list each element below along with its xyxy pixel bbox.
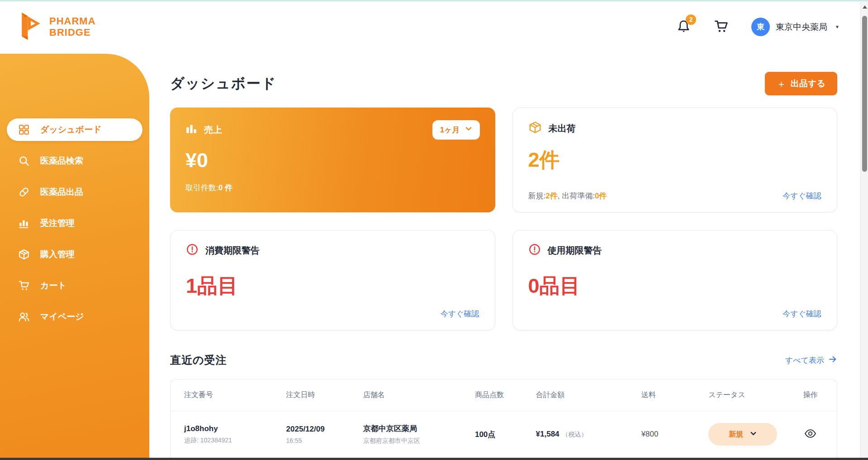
col-date: 注文日時 [286, 390, 360, 400]
col-order-id: 注文番号 [184, 390, 283, 400]
top-bar: PHARMA BRIDGE 2 [0, 1, 860, 52]
sales-amount: ¥0 [185, 149, 480, 172]
recent-orders-section: 直近の受注 すべて表示 注文番号 注文日時 店舗名 商品点数 [170, 353, 837, 460]
unshipped-count: 2件 [528, 146, 822, 174]
notification-badge: 2 [686, 14, 696, 25]
package-icon [528, 121, 542, 136]
sidebar-item-label: 医薬品検索 [40, 155, 83, 167]
table-row: j1o8hohy 追跡: 102384921 2025/12/09 16:55 … [171, 411, 837, 460]
expiry-check-link[interactable]: 今すぐ確認 [441, 309, 479, 319]
sidebar-item-label: ダッシュボード [40, 124, 102, 136]
chevron-down-icon: ▼ [835, 24, 840, 29]
chevron-down-icon [750, 430, 757, 439]
col-shipping: 送料 [641, 390, 705, 400]
usage-title: 使用期限警告 [548, 244, 602, 257]
app-window: PHARMA BRIDGE 2 [0, 0, 868, 460]
pharma-bridge-logo-icon [17, 12, 43, 42]
expiry-count: 1品目 [186, 272, 479, 300]
sidebar-item-label: 医薬品出品 [40, 186, 83, 198]
col-actions: 操作 [798, 390, 823, 400]
users-icon [18, 311, 30, 323]
unshipped-check-link[interactable]: 今すぐ確認 [783, 191, 821, 201]
chevron-down-icon [465, 125, 472, 135]
expiry-title: 消費期限警告 [205, 244, 260, 257]
brand-name: PHARMA BRIDGE [49, 16, 96, 38]
avatar: 東 [751, 18, 770, 36]
sales-card: 売上 1ヶ月 ¥0 取引件数:0 件 [170, 108, 495, 212]
period-select[interactable]: 1ヶ月 [432, 120, 480, 140]
col-total: 合計金額 [536, 390, 638, 400]
pill-icon [18, 186, 30, 198]
plus-icon: ＋ [777, 79, 786, 89]
order-quantity: 100点 [475, 429, 532, 440]
col-status: ステータス [708, 390, 794, 400]
bar-chart-icon [18, 217, 30, 229]
expiry-warning-card: 消費期限警告 1品目 今すぐ確認 [170, 230, 495, 330]
col-store: 店舗名 [363, 390, 471, 400]
sidebar: ダッシュボード 医薬品検索 医薬品出品 [0, 54, 149, 458]
arrow-right-icon [828, 355, 837, 366]
account-name: 東京中央薬局 [776, 21, 827, 33]
eye-icon [804, 427, 816, 441]
account-menu[interactable]: 東 東京中央薬局 ▼ [751, 18, 840, 36]
unshipped-card: 未出荷 2件 新規:2件, 出荷準備:0件 今すぐ確認 [512, 108, 838, 212]
view-all-link[interactable]: すべて表示 [785, 355, 837, 366]
cart-icon [714, 19, 729, 35]
view-order-button[interactable] [804, 427, 816, 441]
unshipped-breakdown: 新規:2件, 出荷準備:0件 [528, 191, 607, 201]
header-actions: 2 東 東京中央薬局 ▼ [676, 18, 840, 36]
orders-table-header: 注文番号 注文日時 店舗名 商品点数 合計金額 送料 ステータス 操作 [171, 380, 837, 411]
package-icon [18, 249, 30, 260]
usage-check-link[interactable]: 今すぐ確認 [783, 309, 821, 319]
alert-circle-icon [186, 243, 199, 258]
sales-transactions: 取引件数:0 件 [185, 183, 480, 193]
sidebar-item-label: 購入管理 [40, 249, 75, 260]
sidebar-item-mypage[interactable]: マイページ [7, 305, 142, 328]
main-content: ダッシュボード ＋ 出品する [149, 54, 860, 460]
tax-note: （税込） [562, 431, 588, 438]
sell-button[interactable]: ＋ 出品する [765, 72, 837, 95]
search-icon [18, 155, 30, 167]
usage-count: 0品目 [528, 272, 822, 300]
col-quantity: 商品点数 [475, 390, 532, 400]
order-tracking: 追跡: 102384921 [184, 437, 283, 445]
page-title: ダッシュボード [170, 74, 276, 93]
order-id: j1o8hohy [184, 424, 283, 433]
recent-orders-title: 直近の受注 [170, 353, 227, 367]
cart-icon [18, 280, 30, 291]
order-date: 2025/12/09 [286, 425, 360, 434]
sidebar-item-label: マイページ [40, 311, 84, 323]
usage-warning-card: 使用期限警告 0品目 今すぐ確認 [512, 230, 838, 330]
scroll-up-arrow-icon[interactable] [863, 5, 867, 9]
status-label: 新規 [729, 430, 743, 439]
sidebar-item-label: カート [40, 280, 66, 291]
sidebar-item-drug-search[interactable]: 医薬品検索 [7, 150, 142, 172]
store-address: 京都府京都市中京区 [363, 437, 471, 445]
screen-bottom-edge [0, 458, 868, 460]
sidebar-item-drug-listing[interactable]: 医薬品出品 [7, 181, 142, 203]
sales-title: 売上 [204, 124, 222, 136]
sidebar-item-dashboard[interactable]: ダッシュボード [7, 118, 142, 141]
dashboard-grid-icon [18, 124, 30, 136]
stats-bars-icon [185, 123, 197, 137]
order-shipping: ¥800 [641, 430, 705, 439]
window-top-edge [0, 0, 868, 1]
status-select[interactable]: 新規 [708, 423, 777, 446]
sidebar-item-label: 受注管理 [40, 217, 75, 229]
notifications-button[interactable]: 2 [676, 19, 691, 35]
order-time: 16:55 [286, 437, 360, 444]
unshipped-title: 未出荷 [549, 122, 576, 135]
brand-logo[interactable]: PHARMA BRIDGE [17, 12, 96, 42]
alert-circle-icon [528, 243, 541, 258]
orders-table: 注文番号 注文日時 店舗名 商品点数 合計金額 送料 ステータス 操作 j1o8… [170, 379, 837, 460]
sidebar-item-order-management[interactable]: 受注管理 [7, 212, 142, 235]
vertical-scrollbar[interactable] [860, 1, 868, 458]
sidebar-item-cart[interactable]: カート [7, 274, 142, 297]
sidebar-item-purchase-management[interactable]: 購入管理 [7, 243, 142, 266]
scrollbar-thumb[interactable] [862, 16, 867, 172]
order-total: ¥1,584（税込） [536, 430, 638, 439]
cart-button[interactable] [714, 19, 729, 35]
store-name: 京都中京区薬局 [363, 423, 471, 434]
